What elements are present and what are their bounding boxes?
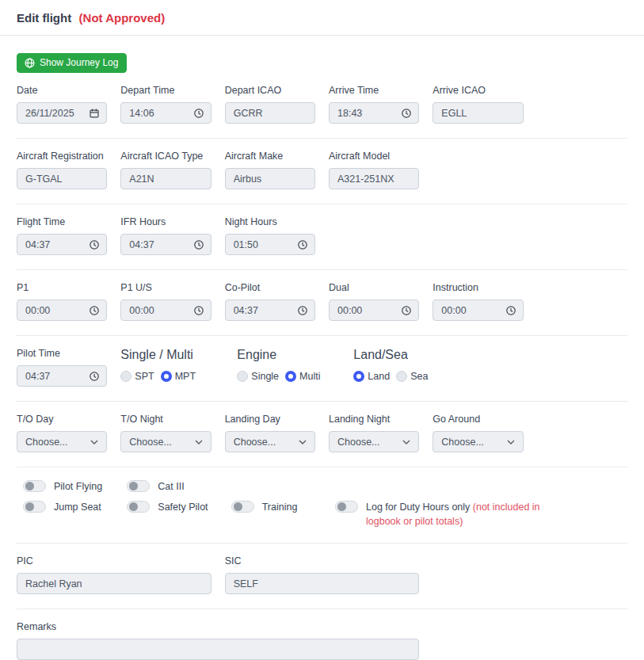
pilot-time-input[interactable] (17, 365, 107, 387)
pilot-flying-toggle[interactable] (23, 480, 46, 492)
aircraft-make-label: Aircraft Make (225, 151, 315, 162)
aircraft-model-label: Aircraft Model (329, 151, 419, 162)
to-night-select-value: Choose... (121, 437, 172, 448)
aircraft-registration-label: Aircraft Registration (17, 151, 107, 162)
spt-radio[interactable] (120, 371, 131, 382)
aircraft-make-input-field[interactable] (226, 169, 314, 189)
cat-iii-toggle[interactable] (127, 480, 150, 492)
sic-input[interactable] (225, 573, 420, 594)
clock-icon[interactable] (194, 306, 204, 315)
mpt-radio[interactable] (161, 371, 172, 382)
clock-icon[interactable] (402, 109, 411, 118)
to-day-select-value: Choose... (17, 437, 68, 448)
clock-icon[interactable] (90, 240, 99, 250)
clock-icon[interactable] (402, 306, 411, 315)
night-hours-label: Night Hours (225, 216, 315, 227)
dual-input[interactable] (329, 299, 419, 321)
land-sea-label: Land/Sea (353, 348, 408, 361)
field-aircraft-model: Aircraft Model (329, 151, 419, 189)
landing-night-select-value: Choose... (330, 437, 380, 448)
sic-input-field[interactable] (226, 574, 419, 593)
jump-seat-label: Jump Seat (54, 500, 101, 514)
flight-time-input[interactable] (17, 234, 107, 255)
aircraft-model-input-field[interactable] (330, 169, 418, 189)
arrive-time-input[interactable] (329, 102, 419, 124)
clock-icon[interactable] (506, 306, 516, 315)
night-hours-input[interactable] (225, 234, 315, 255)
to-night-select[interactable]: Choose... (120, 431, 211, 452)
safety-pilot-toggle[interactable] (127, 501, 150, 513)
engine-multi-radio-label[interactable]: Multi (299, 371, 320, 382)
section-schedule: Date Depart T (17, 73, 627, 139)
date-input[interactable] (17, 102, 107, 124)
ifr-hours-input[interactable] (120, 234, 211, 255)
p1-input[interactable] (17, 299, 107, 321)
field-sic: SIC (225, 555, 420, 594)
aircraft-icao-type-input-field[interactable] (121, 169, 210, 189)
remarks-label: Remarks (17, 621, 419, 632)
aircraft-icao-type-input[interactable] (120, 168, 211, 189)
aircraft-registration-input-field[interactable] (17, 169, 106, 189)
radio-group-engine: Engine Single Multi (237, 348, 353, 387)
chevron-down-icon (507, 440, 515, 444)
to-day-select[interactable]: Choose... (17, 431, 107, 452)
training-toggle-item: Training (225, 500, 315, 528)
field-landing-day: Landing Day Choose... (225, 414, 315, 452)
aircraft-make-input[interactable] (225, 168, 315, 189)
instruction-input[interactable] (433, 299, 523, 321)
clock-icon[interactable] (194, 109, 204, 118)
duty-hours-toggle[interactable] (335, 501, 358, 513)
arrive-icao-input-field[interactable] (433, 103, 522, 123)
chevron-down-icon (90, 440, 98, 444)
clock-icon[interactable] (90, 306, 99, 315)
page-title: Edit flight (17, 11, 71, 25)
pilot-flying-toggle-item: Pilot Flying (17, 479, 107, 494)
field-depart-icao: Depart ICAO (225, 85, 315, 124)
aircraft-registration-input[interactable] (17, 168, 107, 189)
show-journey-log-button[interactable]: Show Journey Log (17, 53, 127, 73)
sic-label: SIC (225, 555, 420, 567)
depart-icao-input[interactable] (225, 102, 315, 124)
depart-time-input[interactable] (120, 102, 211, 124)
remarks-input[interactable] (17, 639, 419, 660)
calendar-icon[interactable] (90, 109, 99, 118)
dual-label: Dual (329, 282, 419, 293)
engine-single-radio[interactable] (237, 371, 248, 382)
engine-single-radio-label[interactable]: Single (251, 371, 279, 382)
clock-icon[interactable] (298, 306, 307, 315)
aircraft-model-input[interactable] (329, 168, 419, 189)
clock-icon[interactable] (194, 240, 204, 250)
land-radio[interactable] (353, 371, 364, 382)
go-around-select[interactable]: Choose... (433, 431, 523, 452)
jump-seat-toggle[interactable] (23, 501, 46, 513)
duty-hours-label: Log for Duty Hours only (not included in… (366, 500, 550, 528)
field-arrive-icao: Arrive ICAO (433, 85, 523, 124)
land-radio-label[interactable]: Land (368, 371, 390, 382)
instruction-label: Instruction (433, 282, 523, 293)
radio-group-single-multi: Single / Multi SPT MPT (120, 348, 237, 387)
pic-input-field[interactable] (17, 574, 211, 593)
spt-radio-label[interactable]: SPT (135, 371, 154, 382)
field-go-around: Go Around Choose... (433, 414, 523, 452)
training-toggle[interactable] (231, 501, 254, 513)
depart-icao-input-field[interactable] (226, 103, 314, 123)
p1-us-input[interactable] (120, 299, 211, 321)
remarks-input-field[interactable] (17, 639, 418, 659)
co-pilot-input[interactable] (225, 299, 315, 321)
sea-radio[interactable] (396, 371, 407, 382)
edit-flight-page: Edit flight (Not Approved) Show Journey … (0, 0, 644, 660)
sea-radio-label[interactable]: Sea (410, 371, 428, 382)
arrive-icao-input[interactable] (433, 102, 523, 124)
aircraft-icao-type-label: Aircraft ICAO Type (120, 151, 211, 162)
landing-day-select[interactable]: Choose... (225, 431, 315, 452)
mpt-radio-label[interactable]: MPT (175, 371, 196, 382)
landing-night-select[interactable]: Choose... (329, 431, 419, 452)
section-crew-time: P1 P1 U/S (17, 270, 627, 336)
chevron-down-icon (402, 440, 410, 444)
field-pilot-time: Pilot Time (17, 348, 107, 387)
clock-icon[interactable] (298, 240, 307, 250)
pic-input[interactable] (17, 573, 211, 594)
clock-icon[interactable] (90, 372, 99, 381)
landing-day-select-value: Choose... (226, 437, 276, 448)
engine-multi-radio[interactable] (285, 371, 296, 382)
